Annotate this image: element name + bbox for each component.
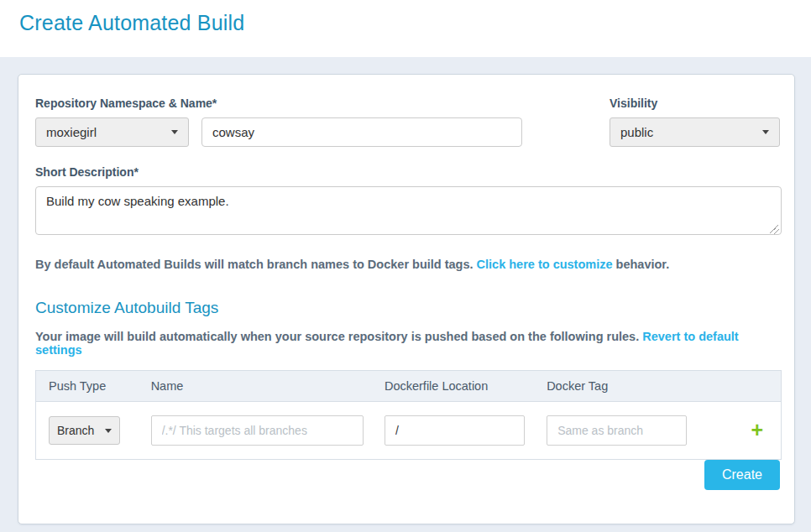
customize-behavior-link[interactable]: Click here to customize [477, 258, 613, 271]
table-row: Branch + [36, 402, 782, 460]
create-build-form-card: Repository Namespace & Name* moxiegirl V… [18, 74, 795, 524]
chevron-down-icon [762, 130, 769, 134]
push-type-header: Push Type [36, 371, 139, 402]
dockerfile-location-header: Dockerfile Location [372, 371, 534, 402]
push-type-select[interactable]: Branch [49, 416, 120, 445]
create-button[interactable]: Create [704, 460, 780, 490]
visibility-group: Visibility public [610, 96, 780, 147]
chevron-down-icon [105, 429, 112, 433]
docker-tag-cell [534, 402, 730, 460]
namespace-select[interactable]: moxiegirl [35, 117, 189, 147]
short-description-group: Short Description* Build my cow speaking… [35, 165, 780, 238]
customize-autobuild-heading: Customize Autobuild Tags [35, 299, 780, 317]
visibility-label: Visibility [610, 96, 780, 110]
page-header: Create Automated Build [0, 0, 811, 57]
branch-name-input[interactable] [151, 415, 364, 446]
name-header: Name [139, 371, 372, 402]
default-build-note: By default Automated Builds will match b… [35, 258, 780, 271]
push-type-cell: Branch [36, 402, 139, 460]
short-description-textarea[interactable]: Build my cow speaking example. [35, 186, 782, 235]
add-rule-plus-icon[interactable]: + [742, 421, 772, 438]
repo-namespace-name-group: Repository Namespace & Name* moxiegirl [35, 96, 522, 147]
add-rule-cell: + [730, 402, 781, 460]
dockerfile-location-input[interactable] [385, 415, 525, 446]
repo-namespace-name-label: Repository Namespace & Name* [35, 96, 522, 110]
short-description-label: Short Description* [35, 165, 780, 179]
form-actions: Create [704, 460, 780, 490]
table-header-row: Push Type Name Dockerfile Location Docke… [36, 371, 782, 402]
chevron-down-icon [171, 130, 178, 134]
push-type-select-value: Branch [57, 424, 94, 437]
autobuild-rules-note: Your image will build automatically when… [35, 330, 780, 357]
default-build-note-text: By default Automated Builds will match b… [35, 258, 477, 271]
branch-name-cell [139, 402, 372, 460]
visibility-select-value: public [620, 125, 653, 139]
namespace-select-value: moxiegirl [46, 125, 97, 139]
repository-name-input[interactable] [201, 117, 522, 147]
dockerfile-location-cell [372, 402, 534, 460]
default-build-note-text-after: behavior. [613, 258, 670, 271]
add-column-header [730, 371, 781, 402]
repo-visibility-row: Repository Namespace & Name* moxiegirl V… [35, 96, 780, 147]
page-title: Create Automated Build [19, 11, 811, 35]
docker-tag-input[interactable] [547, 415, 687, 446]
autobuild-rules-note-text: Your image will build automatically when… [35, 330, 642, 343]
docker-tag-header: Docker Tag [534, 371, 730, 402]
visibility-select[interactable]: public [610, 117, 780, 147]
main-content: Repository Namespace & Name* moxiegirl V… [0, 57, 811, 524]
autobuild-rules-table: Push Type Name Dockerfile Location Docke… [35, 370, 782, 460]
